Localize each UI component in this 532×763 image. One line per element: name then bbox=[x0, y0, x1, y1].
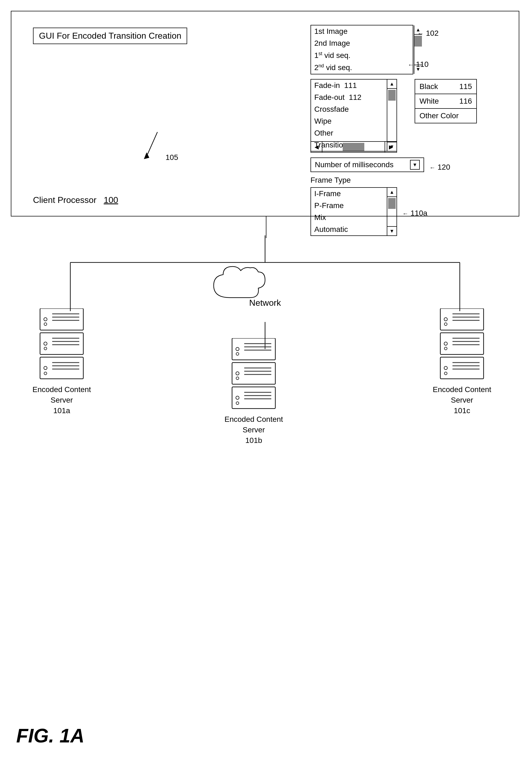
server-101c: Encoded Content Server 101c bbox=[433, 308, 491, 416]
transition-item-crossfade: Crossfade bbox=[311, 103, 387, 115]
label-110a-group: ← 110a bbox=[402, 209, 427, 218]
transition-item-wipe: Wipe bbox=[311, 115, 387, 127]
scroll-track-2 bbox=[387, 89, 397, 142]
svg-point-10 bbox=[44, 372, 47, 375]
ms-dropdown-label: Number of milliseconds bbox=[315, 161, 394, 169]
svg-point-58 bbox=[444, 323, 447, 325]
svg-rect-26 bbox=[232, 387, 275, 408]
ms-dropdown[interactable]: Number of milliseconds ▼ bbox=[310, 158, 424, 172]
svg-point-40 bbox=[236, 353, 239, 355]
svg-line-0 bbox=[146, 132, 157, 157]
label-120: 120 bbox=[438, 163, 450, 171]
arrow-105-icon bbox=[141, 129, 163, 162]
scroll-up-btn-3[interactable]: ▲ bbox=[387, 188, 397, 197]
svg-rect-44 bbox=[440, 357, 484, 379]
color-item-white: White116 bbox=[415, 94, 476, 109]
svg-point-27 bbox=[236, 396, 239, 399]
list-item: 2nd Image bbox=[311, 37, 414, 49]
gui-title: GUI For Encoded Transition Creation bbox=[39, 31, 181, 41]
frame-type-section-label: Frame Type bbox=[310, 176, 351, 184]
color-list-box[interactable]: Black115 White116 Other Color bbox=[415, 79, 477, 123]
scroll-track-3 bbox=[387, 197, 397, 226]
svg-rect-14 bbox=[40, 333, 83, 355]
scroll-down-btn-3[interactable]: ▼ bbox=[387, 226, 397, 235]
ms-dropdown-arrow-icon[interactable]: ▼ bbox=[410, 160, 420, 169]
svg-point-9 bbox=[44, 366, 47, 370]
hscroll-track bbox=[322, 142, 385, 152]
svg-text:Network: Network bbox=[249, 298, 281, 308]
transition-item-other: Other bbox=[311, 127, 387, 139]
scroll-thumb-2 bbox=[388, 90, 396, 101]
right-ui-wrapper: 1st Image 2nd Image 1st vid seq. 2nd vid… bbox=[310, 25, 505, 236]
server-101b-label: Encoded Content Server 101b bbox=[224, 414, 283, 446]
svg-point-57 bbox=[444, 318, 447, 321]
server-101a-label: Encoded Content Server 101a bbox=[33, 384, 91, 416]
svg-point-22 bbox=[44, 323, 47, 325]
image-video-dropdown[interactable]: 1st Image 2nd Image 1st vid seq. 2nd vid… bbox=[310, 25, 413, 74]
label-110a: 110a bbox=[410, 209, 427, 217]
svg-point-34 bbox=[236, 377, 239, 380]
hscroll-left-btn[interactable]: ◀ bbox=[311, 142, 322, 152]
server-101b-icon bbox=[229, 338, 278, 414]
svg-point-15 bbox=[44, 342, 47, 345]
frame-type-item-mix: Mix bbox=[311, 212, 387, 224]
h-scrollbar[interactable]: ◀ ▶ bbox=[310, 141, 397, 153]
vertical-connector-line bbox=[266, 216, 266, 238]
svg-rect-38 bbox=[232, 338, 275, 360]
image-list: 1st Image 2nd Image 1st vid seq. 2nd vid… bbox=[311, 26, 414, 74]
svg-point-52 bbox=[444, 347, 447, 350]
svg-point-39 bbox=[236, 347, 239, 351]
color-item-black: Black115 bbox=[415, 79, 476, 94]
color-item-other: Other Color bbox=[415, 109, 476, 123]
svg-rect-20 bbox=[40, 308, 83, 330]
gui-label-box: GUI For Encoded Transition Creation bbox=[33, 28, 187, 44]
server-101c-label: Encoded Content Server 101c bbox=[433, 384, 491, 416]
scroll-up-btn-2[interactable]: ▲ bbox=[387, 79, 397, 89]
svg-point-46 bbox=[444, 372, 447, 375]
label-120-group: ← 120 bbox=[429, 163, 450, 171]
client-processor-box: GUI For Encoded Transition Creation Clie… bbox=[11, 11, 519, 216]
transition-list-box[interactable]: Fade-in 111 Fade-out 112 Crossfade Wipe … bbox=[310, 79, 397, 152]
list-item: 2nd vid seq. bbox=[311, 61, 414, 73]
scrollbar-3[interactable]: ▲ ▼ bbox=[387, 188, 397, 235]
label-110: ← 110 bbox=[408, 60, 429, 69]
transition-item-fadeout: Fade-out 112 bbox=[311, 91, 387, 103]
frame-type-list-box[interactable]: I-Frame P-Frame Mix Automatic ▲ ▼ bbox=[310, 187, 397, 236]
scrollbar-2[interactable]: ▲ ▼ bbox=[387, 79, 397, 151]
client-processor-label: Client Processor 100 bbox=[33, 195, 118, 205]
transition-item-fadein: Fade-in 111 bbox=[311, 79, 387, 91]
server-101b: Encoded Content Server 101b bbox=[224, 338, 283, 446]
svg-rect-50 bbox=[440, 333, 484, 355]
fig-label: FIG. 1A bbox=[16, 724, 84, 747]
server-101a-icon bbox=[37, 308, 86, 384]
frame-type-item-auto: Automatic bbox=[311, 224, 387, 235]
label-102: ← 102 bbox=[417, 29, 439, 38]
svg-point-33 bbox=[236, 372, 239, 375]
svg-point-21 bbox=[44, 318, 47, 321]
label-105: 105 bbox=[165, 153, 178, 162]
list-item: 1st Image bbox=[311, 26, 414, 37]
network-section: Network bbox=[11, 235, 519, 533]
svg-marker-1 bbox=[144, 152, 149, 159]
svg-point-16 bbox=[44, 347, 47, 350]
server-101c-icon bbox=[438, 308, 486, 384]
svg-point-45 bbox=[444, 366, 447, 370]
svg-point-51 bbox=[444, 342, 447, 345]
frame-type-item-iframe: I-Frame bbox=[311, 188, 387, 200]
svg-rect-8 bbox=[40, 357, 83, 379]
scroll-thumb-3 bbox=[388, 198, 396, 209]
client-processor-number: 100 bbox=[104, 195, 118, 205]
server-101a: Encoded Content Server 101a bbox=[33, 308, 91, 416]
list-item: 1st vid seq. bbox=[311, 49, 414, 61]
svg-rect-56 bbox=[440, 308, 484, 330]
hscroll-thumb bbox=[343, 143, 364, 151]
svg-point-28 bbox=[236, 402, 239, 404]
arrow-105-group: 105 bbox=[141, 129, 178, 162]
frame-type-item-pframe: P-Frame bbox=[311, 200, 387, 212]
svg-rect-32 bbox=[232, 363, 275, 384]
hscroll-right-btn[interactable]: ▶ bbox=[385, 142, 397, 152]
